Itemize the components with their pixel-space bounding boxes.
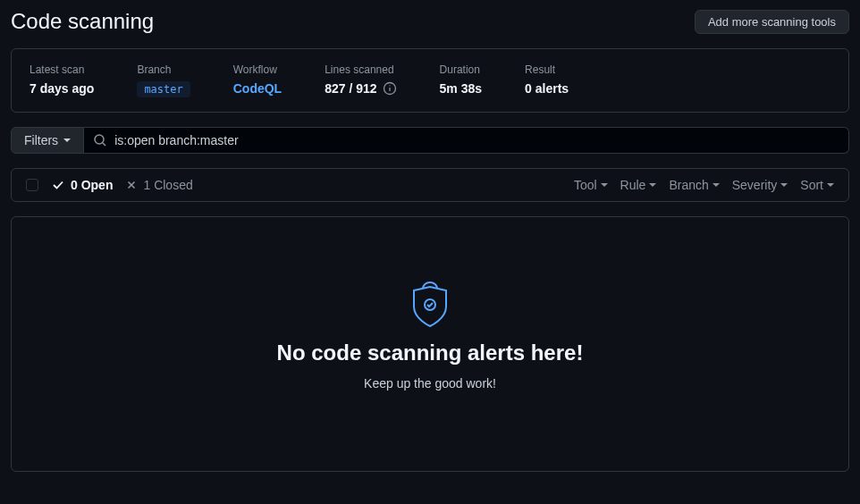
result-value: 0 alerts	[525, 81, 569, 96]
page-title: Code scanning	[11, 9, 154, 34]
rule-dropdown[interactable]: Rule	[620, 178, 657, 192]
x-icon	[125, 179, 138, 191]
empty-state-subtitle: Keep up the good work!	[364, 376, 496, 391]
closed-count-label: 1 Closed	[143, 178, 192, 192]
search-icon	[93, 133, 107, 147]
chevron-down-icon	[780, 183, 788, 187]
empty-state-card: No code scanning alerts here! Keep up th…	[11, 216, 849, 472]
open-count-label: 0 Open	[71, 178, 113, 192]
duration-label: Duration	[440, 63, 482, 76]
info-icon[interactable]	[383, 81, 397, 96]
filters-label: Filters	[24, 133, 58, 147]
lines-scanned-label: Lines scanned	[325, 63, 396, 76]
search-input[interactable]	[114, 128, 839, 153]
lines-scanned-value: 827 / 912	[325, 81, 376, 96]
chevron-down-icon	[63, 139, 71, 142]
svg-line-4	[103, 143, 105, 146]
svg-point-3	[95, 135, 104, 144]
empty-state-title: No code scanning alerts here!	[277, 340, 584, 365]
duration-value: 5m 38s	[440, 81, 482, 96]
select-all-checkbox[interactable]	[26, 179, 38, 191]
branch-label: Branch	[137, 63, 190, 76]
closed-tab[interactable]: 1 Closed	[125, 178, 192, 192]
chevron-down-icon	[601, 183, 608, 187]
chevron-down-icon	[827, 183, 834, 187]
latest-scan-card: Latest scan 7 days ago Branch master Wor…	[11, 48, 849, 113]
alerts-list-header: 0 Open 1 Closed Tool Rule Branch Severit…	[11, 168, 849, 202]
tool-dropdown[interactable]: Tool	[574, 178, 608, 192]
sort-dropdown[interactable]: Sort	[800, 178, 834, 192]
open-tab[interactable]: 0 Open	[51, 178, 113, 192]
filters-button[interactable]: Filters	[11, 127, 84, 154]
chevron-down-icon	[649, 183, 656, 187]
latest-scan-label: Latest scan	[30, 63, 94, 76]
svg-point-2	[389, 85, 390, 86]
result-label: Result	[525, 63, 569, 76]
latest-scan-value: 7 days ago	[30, 81, 94, 96]
branch-pill[interactable]: master	[137, 81, 190, 97]
chevron-down-icon	[712, 183, 720, 187]
check-icon	[51, 178, 65, 192]
shield-lock-icon	[410, 280, 450, 330]
workflow-link[interactable]: CodeQL	[233, 81, 282, 96]
add-more-scanning-tools-button[interactable]: Add more scanning tools	[695, 10, 849, 34]
workflow-label: Workflow	[233, 63, 282, 76]
branch-dropdown[interactable]: Branch	[669, 178, 719, 192]
severity-dropdown[interactable]: Severity	[732, 178, 788, 192]
